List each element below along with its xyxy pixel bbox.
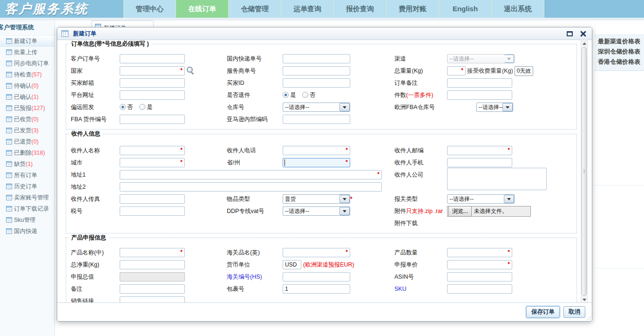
hs-code-field[interactable]: [283, 272, 350, 281]
warehouse-select[interactable]: --请选择--: [283, 103, 350, 112]
dialog-titlebar[interactable]: 新建订单: [57, 27, 592, 40]
return-yes-radio[interactable]: [283, 92, 289, 98]
sku-link[interactable]: SKU: [394, 286, 447, 292]
dialog-scrollbar[interactable]: [581, 40, 588, 303]
price-list-links: 最新渠道价格表 深圳仓储价格表 香港仓储价格表: [595, 34, 644, 71]
nav-tab-admin-center[interactable]: 管理中心: [123, 0, 176, 18]
table-icon: [6, 83, 12, 89]
item-type-label: 物品类型: [227, 195, 283, 203]
channel-select[interactable]: --请选择--: [447, 54, 515, 63]
recipient-name-field[interactable]: [120, 146, 185, 155]
sidebar-item-shipped[interactable]: 已发货(3): [0, 125, 54, 136]
item-type-select[interactable]: 普货: [283, 194, 350, 204]
maximize-icon[interactable]: [567, 31, 573, 36]
required-asterisk: *: [180, 147, 183, 153]
buyer-id-field[interactable]: [283, 78, 350, 88]
recipient-name-label: 收件人名称: [71, 147, 120, 155]
city-field[interactable]: [120, 158, 185, 167]
country-field[interactable]: [120, 66, 185, 75]
recipient-mobile-field[interactable]: [447, 158, 512, 167]
sidebar-item-out-of-stock[interactable]: 缺货(1): [0, 158, 54, 170]
scroll-down-arrow[interactable]: [581, 296, 587, 303]
link-hongkong-warehouse-prices[interactable]: 香港仓储价格表: [595, 57, 644, 67]
recipient-zip-field[interactable]: [447, 146, 512, 155]
nav-tab-english[interactable]: English: [439, 0, 492, 18]
scroll-up-arrow[interactable]: [581, 40, 587, 47]
nav-tab-quote-query[interactable]: 报价查询: [334, 0, 386, 18]
fba-shipment-no-field[interactable]: [120, 115, 185, 124]
sidebar-item-order-download-records[interactable]: 订单下载记录: [0, 203, 54, 214]
search-icon[interactable]: [187, 67, 194, 74]
sidebar-item-history-orders[interactable]: 历史订单: [0, 181, 54, 192]
state-field[interactable]: [283, 158, 350, 167]
order-remark-field[interactable]: [447, 78, 512, 88]
sidebar-item-sync-ecommerce-order[interactable]: 同步电商订单: [0, 58, 54, 69]
pieces-field[interactable]: [447, 90, 512, 100]
amazon-internal-code-field[interactable]: [283, 115, 350, 124]
currency-field[interactable]: [283, 260, 301, 269]
return-no-radio[interactable]: [302, 92, 308, 98]
sidebar-item-new-order[interactable]: 新建订单: [0, 35, 54, 47]
sidebar-item-seller-account-mgmt[interactable]: 卖家账号管理: [0, 192, 54, 203]
recipient-fax-field[interactable]: [120, 194, 185, 204]
ddp-vat-select[interactable]: --请选择--: [283, 206, 350, 216]
sidebar-item-all-orders[interactable]: 所有订单: [0, 170, 54, 181]
nav-tab-warehouse-mgmt[interactable]: 仓储管理: [229, 0, 281, 18]
product-remark-field[interactable]: [120, 284, 185, 294]
save-order-button[interactable]: 保存订单: [526, 306, 560, 318]
recipient-company-field[interactable]: [447, 168, 547, 190]
recipient-company-label: 收件人公司: [394, 171, 447, 179]
attachment-file-input[interactable]: 浏览...未选择文件。: [447, 206, 531, 217]
eu-fba-warehouse-select[interactable]: --请选择--: [476, 103, 513, 112]
sidebar-item-pending-check[interactable]: 待检查(57): [0, 69, 54, 80]
customer-order-no-field[interactable]: [120, 54, 185, 63]
package-no-field[interactable]: [283, 284, 350, 294]
form-row: 平台网址 是否退件 是 否 件数(一票多件): [71, 89, 576, 101]
sidebar-item-domestic-express[interactable]: 国内快递: [0, 226, 54, 237]
recipient-fax-label: 收件人传真: [71, 195, 120, 203]
dialog-body: 订单信息(带*号信息必须填写 ) 客户订单号 国内快递单号 渠道 --请选择--…: [57, 40, 592, 302]
product-name-cn-field[interactable]: [120, 248, 185, 257]
scrollbar-thumb[interactable]: [582, 47, 587, 296]
sidebar-item-deleted[interactable]: 已删除(318): [0, 147, 54, 158]
remote-yes-radio[interactable]: [139, 104, 145, 110]
platform-url-field[interactable]: [120, 90, 185, 100]
hs-code-link[interactable]: 海关编号(HS): [227, 273, 283, 281]
address1-field[interactable]: [120, 170, 382, 179]
sidebar-item-batch-upload[interactable]: 批量上传: [0, 47, 54, 58]
sidebar-item-pending-confirm[interactable]: 待确认(0): [0, 80, 54, 91]
net-weight-label: 总净重(Kg): [71, 261, 120, 269]
browse-button[interactable]: 浏览...: [448, 206, 472, 217]
address2-field[interactable]: [120, 182, 382, 192]
nav-tab-fee-reconciliation[interactable]: 费用对账: [386, 0, 439, 18]
asin-field[interactable]: [447, 272, 512, 281]
nav-tab-logout[interactable]: 退出系统: [492, 0, 544, 18]
sidebar-item-received[interactable]: 已收货(0): [0, 114, 54, 125]
customs-type-select[interactable]: --请选择--: [447, 194, 515, 204]
cancel-button[interactable]: 取消: [563, 306, 585, 318]
customs-name-en-field[interactable]: [283, 248, 350, 257]
link-latest-channel-prices[interactable]: 最新渠道价格表: [595, 36, 644, 47]
tax-no-field[interactable]: [120, 206, 185, 216]
sidebar-item-forecasted[interactable]: 已预报(127): [0, 103, 54, 114]
sales-link-field[interactable]: [120, 296, 185, 302]
sidebar-item-label: 卖家账号管理: [14, 194, 49, 202]
provider-no-field[interactable]: [283, 66, 350, 75]
nav-tab-online-order[interactable]: 在线订单: [176, 0, 229, 18]
product-qty-field[interactable]: [447, 248, 512, 257]
sku-field[interactable]: [447, 284, 512, 294]
recipient-phone-field[interactable]: [283, 146, 350, 155]
net-weight-field[interactable]: [120, 260, 185, 269]
sidebar-item-confirmed[interactable]: 已确认(1): [0, 91, 54, 103]
remote-no-radio[interactable]: [120, 104, 126, 110]
nav-tab-waybill-query[interactable]: 运单查询: [281, 0, 334, 18]
domestic-express-no-field[interactable]: [283, 54, 350, 63]
sidebar-item-returned[interactable]: 已退货(0): [0, 136, 54, 147]
buyer-email-field[interactable]: [120, 78, 185, 88]
table-icon: [6, 206, 12, 212]
unit-price-field[interactable]: [447, 260, 512, 269]
link-shenzhen-warehouse-prices[interactable]: 深圳仓储价格表: [595, 47, 644, 57]
form-row: 收件人传真 物品类型 普货* 报关类型 --请选择--: [71, 193, 576, 205]
sidebar-item-sku-mgmt[interactable]: Sku管理: [0, 214, 54, 226]
close-icon[interactable]: [580, 31, 586, 37]
